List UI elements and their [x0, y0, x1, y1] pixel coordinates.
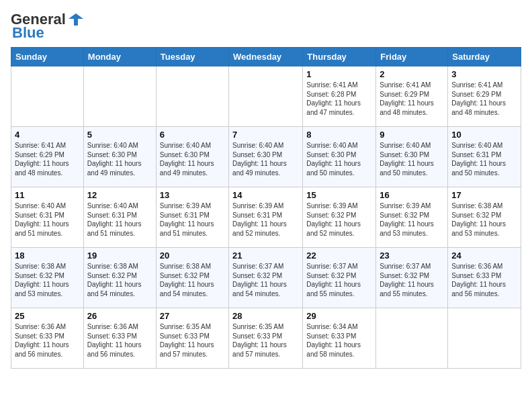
logo: General Blue: [11, 11, 83, 42]
day-number: 13: [160, 190, 225, 200]
calendar-cell: 19Sunrise: 6:38 AM Sunset: 6:32 PM Dayli…: [83, 248, 156, 308]
calendar-cell: 20Sunrise: 6:38 AM Sunset: 6:32 PM Dayli…: [156, 248, 228, 308]
calendar-cell: [11, 66, 84, 127]
day-number: 7: [232, 130, 299, 140]
calendar-week-3: 11Sunrise: 6:40 AM Sunset: 6:31 PM Dayli…: [11, 187, 521, 248]
calendar-cell: 2Sunrise: 6:41 AM Sunset: 6:29 PM Daylig…: [376, 66, 448, 127]
day-info: Sunrise: 6:39 AM Sunset: 6:32 PM Dayligh…: [306, 201, 372, 238]
page-header: General Blue: [11, 11, 521, 42]
calendar-cell: [448, 308, 521, 369]
header-day-friday: Friday: [376, 48, 448, 66]
day-number: 11: [15, 190, 80, 200]
calendar-cell: 3Sunrise: 6:41 AM Sunset: 6:29 PM Daylig…: [448, 66, 521, 127]
day-info: Sunrise: 6:40 AM Sunset: 6:30 PM Dayligh…: [306, 141, 372, 177]
day-info: Sunrise: 6:36 AM Sunset: 6:33 PM Dayligh…: [15, 322, 80, 359]
calendar-cell: 13Sunrise: 6:39 AM Sunset: 6:31 PM Dayli…: [156, 187, 228, 248]
day-number: 14: [232, 190, 299, 200]
calendar-cell: 12Sunrise: 6:40 AM Sunset: 6:31 PM Dayli…: [83, 187, 156, 248]
day-number: 24: [451, 250, 517, 261]
calendar-cell: [229, 66, 303, 127]
header-day-thursday: Thursday: [303, 48, 376, 66]
calendar-cell: 22Sunrise: 6:37 AM Sunset: 6:32 PM Dayli…: [303, 248, 376, 308]
day-info: Sunrise: 6:41 AM Sunset: 6:28 PM Dayligh…: [306, 81, 372, 117]
calendar-week-2: 4Sunrise: 6:41 AM Sunset: 6:29 PM Daylig…: [11, 127, 521, 187]
day-number: 22: [306, 250, 372, 261]
day-number: 1: [306, 69, 372, 79]
day-number: 18: [15, 250, 80, 261]
day-number: 23: [380, 250, 444, 261]
day-info: Sunrise: 6:34 AM Sunset: 6:33 PM Dayligh…: [306, 322, 372, 359]
calendar-cell: 21Sunrise: 6:37 AM Sunset: 6:32 PM Dayli…: [229, 248, 303, 308]
day-info: Sunrise: 6:39 AM Sunset: 6:31 PM Dayligh…: [160, 201, 225, 238]
calendar-cell: 5Sunrise: 6:40 AM Sunset: 6:30 PM Daylig…: [83, 127, 156, 187]
calendar-cell: 25Sunrise: 6:36 AM Sunset: 6:33 PM Dayli…: [11, 308, 84, 369]
day-info: Sunrise: 6:40 AM Sunset: 6:30 PM Dayligh…: [87, 141, 152, 177]
day-number: 4: [15, 130, 80, 140]
calendar-cell: 8Sunrise: 6:40 AM Sunset: 6:30 PM Daylig…: [303, 127, 376, 187]
day-info: Sunrise: 6:37 AM Sunset: 6:32 PM Dayligh…: [306, 262, 372, 298]
day-info: Sunrise: 6:40 AM Sunset: 6:31 PM Dayligh…: [451, 141, 517, 177]
day-info: Sunrise: 6:38 AM Sunset: 6:32 PM Dayligh…: [15, 262, 80, 298]
logo-bird-icon: [69, 12, 83, 27]
day-info: Sunrise: 6:40 AM Sunset: 6:30 PM Dayligh…: [380, 141, 444, 177]
calendar-cell: [83, 66, 156, 127]
day-number: 27: [160, 311, 225, 321]
day-number: 8: [306, 130, 372, 140]
day-info: Sunrise: 6:40 AM Sunset: 6:31 PM Dayligh…: [15, 201, 80, 238]
header-day-saturday: Saturday: [448, 48, 521, 66]
day-number: 26: [87, 311, 152, 321]
day-info: Sunrise: 6:41 AM Sunset: 6:29 PM Dayligh…: [451, 81, 517, 117]
day-info: Sunrise: 6:38 AM Sunset: 6:32 PM Dayligh…: [451, 201, 517, 238]
calendar-cell: 28Sunrise: 6:35 AM Sunset: 6:33 PM Dayli…: [229, 308, 303, 369]
calendar-cell: 10Sunrise: 6:40 AM Sunset: 6:31 PM Dayli…: [448, 127, 521, 187]
day-info: Sunrise: 6:40 AM Sunset: 6:30 PM Dayligh…: [160, 141, 225, 177]
calendar-cell: 26Sunrise: 6:36 AM Sunset: 6:33 PM Dayli…: [83, 308, 156, 369]
calendar-cell: 7Sunrise: 6:40 AM Sunset: 6:30 PM Daylig…: [229, 127, 303, 187]
calendar-cell: [156, 66, 228, 127]
calendar-cell: 9Sunrise: 6:40 AM Sunset: 6:30 PM Daylig…: [376, 127, 448, 187]
day-info: Sunrise: 6:36 AM Sunset: 6:33 PM Dayligh…: [451, 262, 517, 298]
calendar-cell: 4Sunrise: 6:41 AM Sunset: 6:29 PM Daylig…: [11, 127, 84, 187]
day-info: Sunrise: 6:40 AM Sunset: 6:31 PM Dayligh…: [87, 201, 152, 238]
calendar-cell: 24Sunrise: 6:36 AM Sunset: 6:33 PM Dayli…: [448, 248, 521, 308]
day-number: 16: [380, 190, 444, 200]
day-number: 3: [451, 69, 517, 79]
calendar-cell: 11Sunrise: 6:40 AM Sunset: 6:31 PM Dayli…: [11, 187, 84, 248]
day-info: Sunrise: 6:41 AM Sunset: 6:29 PM Dayligh…: [15, 141, 80, 177]
day-number: 20: [160, 250, 225, 261]
day-number: 2: [380, 69, 444, 79]
day-number: 5: [87, 130, 152, 140]
day-number: 25: [15, 311, 80, 321]
calendar-week-4: 18Sunrise: 6:38 AM Sunset: 6:32 PM Dayli…: [11, 248, 521, 308]
day-info: Sunrise: 6:35 AM Sunset: 6:33 PM Dayligh…: [232, 322, 299, 359]
calendar-cell: 17Sunrise: 6:38 AM Sunset: 6:32 PM Dayli…: [448, 187, 521, 248]
day-number: 6: [160, 130, 225, 140]
calendar-header-row: SundayMondayTuesdayWednesdayThursdayFrid…: [11, 48, 521, 66]
calendar-cell: 29Sunrise: 6:34 AM Sunset: 6:33 PM Dayli…: [303, 308, 376, 369]
day-info: Sunrise: 6:35 AM Sunset: 6:33 PM Dayligh…: [160, 322, 225, 359]
day-number: 19: [87, 250, 152, 261]
day-info: Sunrise: 6:38 AM Sunset: 6:32 PM Dayligh…: [160, 262, 225, 298]
day-info: Sunrise: 6:39 AM Sunset: 6:32 PM Dayligh…: [380, 201, 444, 238]
header-day-tuesday: Tuesday: [156, 48, 228, 66]
day-number: 17: [451, 190, 517, 200]
day-info: Sunrise: 6:39 AM Sunset: 6:31 PM Dayligh…: [232, 201, 299, 238]
calendar-cell: 27Sunrise: 6:35 AM Sunset: 6:33 PM Dayli…: [156, 308, 228, 369]
day-info: Sunrise: 6:41 AM Sunset: 6:29 PM Dayligh…: [380, 81, 444, 117]
calendar-cell: [376, 308, 448, 369]
header-day-wednesday: Wednesday: [229, 48, 303, 66]
calendar-week-5: 25Sunrise: 6:36 AM Sunset: 6:33 PM Dayli…: [11, 308, 521, 369]
svg-marker-0: [69, 13, 83, 26]
day-info: Sunrise: 6:37 AM Sunset: 6:32 PM Dayligh…: [232, 262, 299, 298]
calendar-cell: 18Sunrise: 6:38 AM Sunset: 6:32 PM Dayli…: [11, 248, 84, 308]
day-info: Sunrise: 6:36 AM Sunset: 6:33 PM Dayligh…: [87, 322, 152, 359]
day-info: Sunrise: 6:38 AM Sunset: 6:32 PM Dayligh…: [87, 262, 152, 298]
day-number: 29: [306, 311, 372, 321]
calendar-cell: 6Sunrise: 6:40 AM Sunset: 6:30 PM Daylig…: [156, 127, 228, 187]
day-number: 12: [87, 190, 152, 200]
header-day-sunday: Sunday: [11, 48, 84, 66]
calendar-cell: 16Sunrise: 6:39 AM Sunset: 6:32 PM Dayli…: [376, 187, 448, 248]
header-day-monday: Monday: [83, 48, 156, 66]
calendar-table: SundayMondayTuesdayWednesdayThursdayFrid…: [11, 47, 521, 369]
day-number: 10: [451, 130, 517, 140]
